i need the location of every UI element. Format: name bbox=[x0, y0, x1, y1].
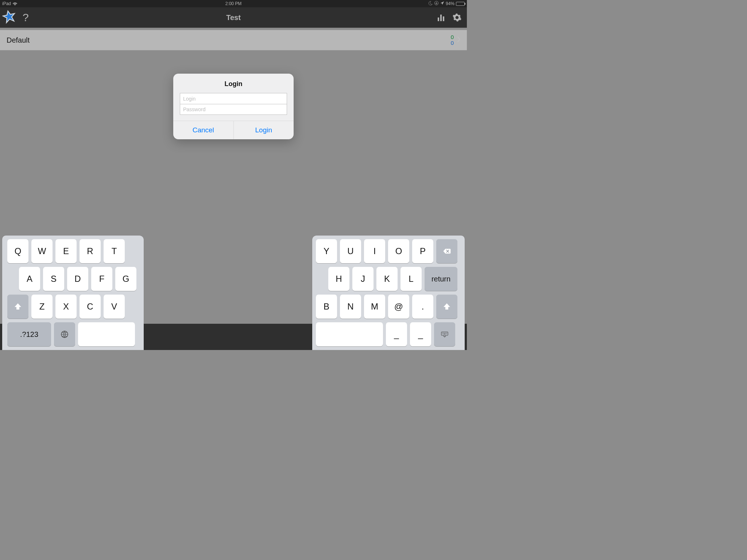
list-row-label: Default bbox=[7, 36, 30, 44]
svg-rect-5 bbox=[441, 332, 448, 335]
login-button[interactable]: Login bbox=[233, 121, 294, 139]
list-row-counts: 0 0 bbox=[451, 34, 454, 46]
space-key-right[interactable] bbox=[316, 322, 383, 346]
svg-rect-10 bbox=[446, 333, 447, 334]
login-input[interactable] bbox=[180, 93, 287, 104]
list-row-default[interactable]: Default 0 0 bbox=[0, 30, 467, 50]
login-alert: Login Cancel Login bbox=[173, 74, 294, 139]
svg-rect-12 bbox=[444, 334, 446, 335]
key-j[interactable]: J bbox=[352, 267, 374, 291]
clock: 2:00 PM bbox=[225, 1, 242, 6]
battery-percent: 94% bbox=[446, 1, 454, 6]
device-label: iPad bbox=[2, 1, 11, 6]
key-v[interactable]: V bbox=[104, 295, 125, 319]
key-underscore-1[interactable]: _ bbox=[386, 322, 407, 346]
key-l[interactable]: L bbox=[400, 267, 422, 291]
key-d[interactable]: D bbox=[67, 267, 88, 291]
key-p[interactable]: P bbox=[412, 239, 433, 263]
key-q[interactable]: Q bbox=[7, 239, 28, 263]
key-w[interactable]: W bbox=[31, 239, 53, 263]
key-underscore-2[interactable]: _ bbox=[410, 322, 431, 346]
shift-key[interactable] bbox=[7, 295, 28, 319]
key-m[interactable]: M bbox=[364, 295, 385, 319]
key-f[interactable]: F bbox=[91, 267, 112, 291]
location-icon bbox=[440, 1, 444, 6]
dismiss-keyboard-key[interactable] bbox=[434, 322, 455, 346]
count-green: 0 bbox=[451, 34, 454, 40]
mode-key[interactable]: .?123 bbox=[7, 322, 51, 346]
key-u[interactable]: U bbox=[340, 239, 361, 263]
backspace-key[interactable] bbox=[436, 239, 457, 263]
help-icon[interactable]: ? bbox=[23, 11, 29, 24]
count-blue: 0 bbox=[451, 40, 454, 46]
moon-icon bbox=[428, 1, 433, 7]
globe-key[interactable] bbox=[54, 322, 75, 346]
stats-icon[interactable] bbox=[437, 13, 446, 22]
key-k[interactable]: K bbox=[376, 267, 398, 291]
svg-rect-3 bbox=[443, 16, 444, 21]
key-n[interactable]: N bbox=[340, 295, 361, 319]
shift-key-right[interactable] bbox=[436, 295, 457, 319]
svg-rect-1 bbox=[438, 18, 439, 21]
cancel-button[interactable]: Cancel bbox=[173, 121, 233, 139]
wifi-icon bbox=[12, 2, 18, 5]
key-t[interactable]: T bbox=[104, 239, 125, 263]
key-period[interactable]: . bbox=[412, 295, 433, 319]
key-e[interactable]: E bbox=[55, 239, 77, 263]
key-a[interactable]: A bbox=[19, 267, 40, 291]
key-g[interactable]: G bbox=[115, 267, 136, 291]
space-key-left[interactable] bbox=[78, 322, 135, 346]
keyboard-left: Q W E R T A S D F G Z X C V .?123 bbox=[2, 236, 144, 350]
svg-rect-2 bbox=[440, 15, 442, 21]
orientation-lock-icon bbox=[434, 1, 439, 7]
svg-rect-7 bbox=[443, 333, 444, 334]
key-h[interactable]: H bbox=[328, 267, 349, 291]
status-bar: iPad 2:00 PM 94% bbox=[0, 0, 467, 7]
key-z[interactable]: Z bbox=[31, 295, 53, 319]
svg-rect-9 bbox=[445, 333, 446, 334]
key-y[interactable]: Y bbox=[316, 239, 337, 263]
svg-rect-11 bbox=[443, 334, 444, 335]
return-key[interactable]: return bbox=[425, 267, 457, 291]
key-at[interactable]: @ bbox=[388, 295, 409, 319]
gear-icon[interactable] bbox=[452, 13, 462, 22]
key-o[interactable]: O bbox=[388, 239, 409, 263]
svg-rect-6 bbox=[442, 333, 443, 334]
page-title: Test bbox=[226, 13, 241, 22]
key-c[interactable]: C bbox=[80, 295, 101, 319]
key-b[interactable]: B bbox=[316, 295, 337, 319]
key-s[interactable]: S bbox=[43, 267, 64, 291]
alert-title: Login bbox=[173, 74, 294, 93]
nav-bar: ? Test bbox=[0, 7, 467, 28]
password-input[interactable] bbox=[180, 104, 287, 115]
svg-rect-8 bbox=[444, 333, 445, 334]
key-r[interactable]: R bbox=[80, 239, 101, 263]
svg-rect-13 bbox=[446, 334, 447, 335]
chevron-right-icon bbox=[457, 36, 461, 44]
battery-icon bbox=[456, 2, 465, 6]
app-icon[interactable] bbox=[2, 10, 16, 25]
key-x[interactable]: X bbox=[55, 295, 77, 319]
keyboard-right: Y U I O P H J K L return B N M @ . _ _ bbox=[312, 236, 465, 350]
key-i[interactable]: I bbox=[364, 239, 385, 263]
